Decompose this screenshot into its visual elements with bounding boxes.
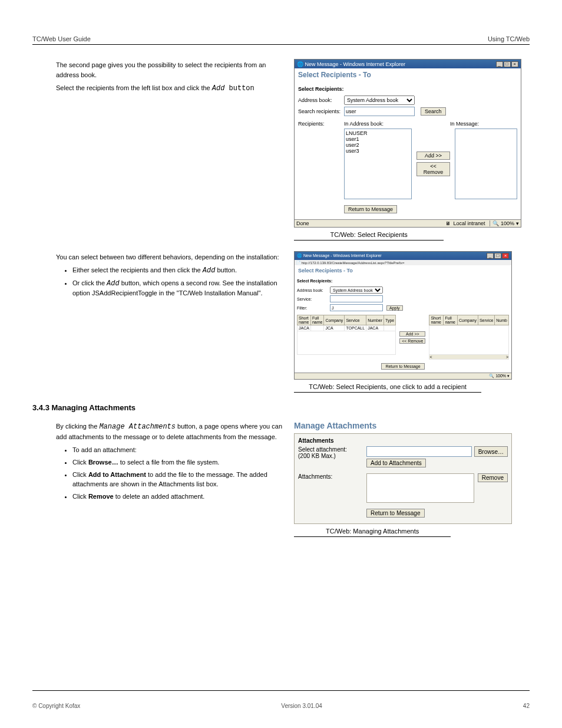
- ie-icon: 🌐: [297, 253, 302, 258]
- service-input[interactable]: [330, 295, 383, 302]
- service-label: Service:: [297, 297, 330, 301]
- figure-select-recipients: 🌐 New Message - Windows Internet Explore…: [294, 59, 521, 228]
- return-button[interactable]: Return to Message: [366, 509, 425, 518]
- attachments-label: Attachments:: [298, 473, 363, 480]
- section-heading: 3.4.3 Managing Attachments: [32, 403, 530, 412]
- close-icon[interactable]: ×: [502, 253, 509, 259]
- filter-input[interactable]: [330, 304, 383, 311]
- intro-1: The second page gives you the possibilit…: [56, 60, 286, 80]
- ie-icon: 🌐: [297, 61, 303, 67]
- col-in-book: In Address book:: [344, 121, 415, 127]
- address-list[interactable]: LNUSER user1 user2 user3: [344, 129, 412, 199]
- max-label: (200 KB Max.): [298, 453, 363, 459]
- list-item: Click Add to Attachment to add the file …: [72, 470, 286, 489]
- addr-label: Address book:: [298, 97, 344, 103]
- figure-title: Manage Attachments: [294, 421, 512, 430]
- max-icon[interactable]: □: [494, 253, 501, 259]
- right-table[interactable]: Short nameFull nameCompanyServiceNumb <>: [429, 315, 509, 360]
- section-label: Select Recipients:: [298, 86, 517, 92]
- figure-manage-attachments: Attachments Select attachment: (200 KB M…: [294, 433, 512, 524]
- address-book-select[interactable]: System Address book: [330, 286, 383, 294]
- url-bar[interactable]: 📄 http://172.0.139.83/CreateMessage/Addr…: [295, 260, 511, 265]
- min-icon[interactable]: _: [496, 61, 503, 67]
- apply-button[interactable]: Apply: [386, 305, 403, 311]
- doc-title: TC/Web User Guide: [32, 35, 91, 42]
- add-btn-ref: Add: [212, 84, 225, 93]
- caption-3: TC/Web: Managing Attachments: [294, 528, 451, 537]
- left-table[interactable]: Short nameFull nameCompanyServiceNumberT…: [297, 315, 396, 355]
- list-item: Either select the recipients and then cl…: [72, 266, 286, 276]
- window-title: 🌐 New Message - Windows Internet Explore…: [295, 252, 511, 260]
- max-icon[interactable]: □: [504, 61, 511, 67]
- message-list[interactable]: [455, 129, 517, 199]
- status-bar: Done 🖥 Local intranet 🔍 100% ▾: [295, 219, 521, 227]
- section-label: Select Recipients:: [297, 279, 509, 283]
- file-input[interactable]: [366, 446, 472, 457]
- copyright: © Copyright Kofax: [32, 703, 80, 709]
- add-attach-button[interactable]: Add to Attachments: [366, 459, 426, 467]
- remove-button[interactable]: << Remove: [416, 162, 451, 176]
- page-title: Select Recipients - To: [295, 265, 511, 276]
- page-title: Select Recipients - To: [295, 68, 521, 81]
- intro-2: Select the recipients from the left list…: [56, 83, 286, 94]
- min-icon[interactable]: _: [487, 253, 494, 259]
- caption-2: TC/Web: Select Recipients, one click to …: [294, 383, 481, 393]
- sub-heading: Attachments: [298, 437, 508, 444]
- select-attach-label: Select attachment:: [298, 446, 363, 453]
- list-item: To add an attachment:: [72, 446, 286, 454]
- search-button[interactable]: Search: [421, 107, 446, 116]
- search-label: Search recipients:: [298, 108, 344, 114]
- figure-select-recipients-2: 🌐 New Message - Windows Internet Explore…: [294, 251, 512, 380]
- list-item[interactable]: user3: [346, 148, 410, 154]
- window-title: 🌐 New Message - Windows Internet Explore…: [295, 60, 521, 68]
- list-item[interactable]: LNUSER: [346, 130, 410, 136]
- page-number: 42: [523, 703, 530, 709]
- caption-1: TC/Web: Select Recipients: [294, 231, 444, 241]
- list-item[interactable]: user2: [346, 142, 410, 148]
- remove-button[interactable]: << Remove: [399, 338, 425, 344]
- version: Version 3.01.04: [281, 703, 322, 709]
- search-input[interactable]: [344, 107, 415, 116]
- recip-label: Recipients:: [298, 121, 344, 127]
- address-book-select[interactable]: System Address book: [344, 95, 415, 105]
- close-icon[interactable]: ×: [511, 61, 518, 67]
- attach-para: By clicking the Manage Attachments butto…: [56, 421, 286, 442]
- doc-section: Using TC/Web: [488, 35, 530, 42]
- add-button[interactable]: Add >>: [399, 331, 425, 337]
- addr-label: Address book:: [297, 288, 330, 292]
- table-row[interactable]: JACAJCATOPCALLJACA: [297, 325, 396, 331]
- zoom-label: 🔍 100% ▾: [490, 220, 518, 226]
- list-item: Click Browse… to select a file from the …: [72, 458, 286, 467]
- list-item[interactable]: user1: [346, 136, 410, 142]
- zone-icon: 🖥: [445, 220, 451, 226]
- status-bar: 🔍 100% ▾: [295, 373, 511, 379]
- list-item: Click Remove to delete an added attachme…: [72, 492, 286, 501]
- filter-label: Filter:: [297, 306, 330, 310]
- col-in-msg: In Message:: [450, 121, 479, 127]
- attachments-list[interactable]: [366, 473, 474, 503]
- list-item: Or click the Add button, which opens a s…: [72, 279, 286, 298]
- footer-rule: [32, 690, 530, 691]
- remove-attach-button[interactable]: Remove: [478, 473, 508, 482]
- browse-button[interactable]: Browse…: [474, 446, 508, 457]
- add-button[interactable]: Add >>: [416, 151, 451, 160]
- return-button[interactable]: Return to Message: [381, 363, 424, 370]
- depend-intro: You can select between two different beh…: [56, 252, 286, 262]
- header-rule: [32, 44, 530, 45]
- return-button[interactable]: Return to Message: [344, 205, 397, 213]
